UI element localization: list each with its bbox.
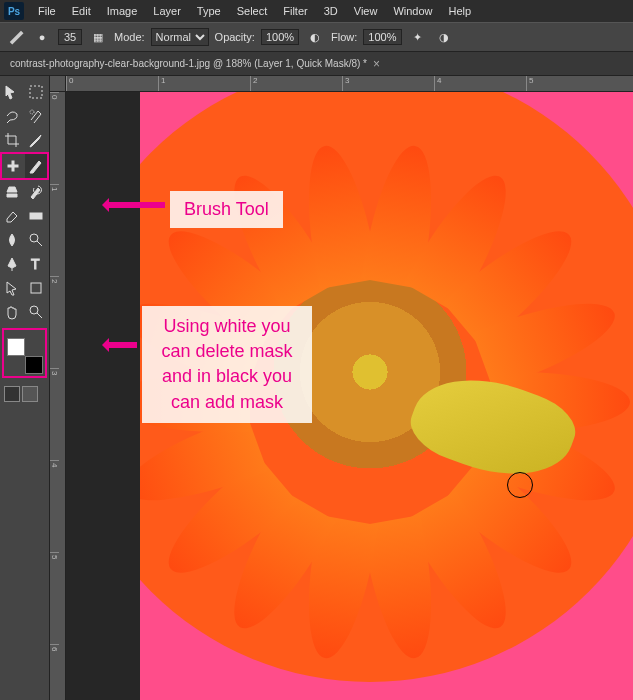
ruler-horizontal[interactable]: 0 1 2 3 4 5 (66, 76, 633, 92)
ruler-v-tick: 4 (50, 460, 59, 552)
type-tool[interactable]: T (24, 252, 48, 276)
shape-tool[interactable] (24, 276, 48, 300)
brush-preview-icon[interactable]: ● (32, 27, 52, 47)
ruler-h-tick: 0 (66, 76, 158, 91)
menu-bar: Ps File Edit Image Layer Type Select Fil… (0, 0, 633, 22)
ruler-v-tick: 1 (50, 184, 59, 276)
brush-panel-icon[interactable]: ▦ (88, 27, 108, 47)
canvas-area: 0 1 2 3 4 5 0 1 2 3 4 5 6 7 Brush Tool U… (50, 76, 633, 700)
brush-tool[interactable] (25, 154, 48, 178)
close-tab-icon[interactable]: × (373, 57, 380, 71)
history-brush-tool[interactable] (24, 180, 48, 204)
ruler-v-tick: 0 (50, 92, 59, 184)
blend-mode-select[interactable]: Normal (151, 28, 209, 46)
ruler-vertical[interactable]: 0 1 2 3 4 5 6 7 (50, 92, 66, 700)
ruler-h-tick: 2 (250, 76, 342, 91)
opacity-pressure-icon[interactable]: ◐ (305, 27, 325, 47)
toolbox: T (0, 76, 50, 700)
svg-rect-0 (30, 86, 42, 98)
standard-mode-icon[interactable] (4, 386, 20, 402)
svg-point-5 (30, 234, 38, 242)
airbrush-icon[interactable]: ✦ (408, 27, 428, 47)
color-swatches[interactable] (5, 336, 45, 376)
svg-rect-7 (31, 283, 41, 293)
move-tool[interactable] (0, 80, 24, 104)
brush-tool-highlight (0, 152, 49, 180)
foreground-color-swatch[interactable] (7, 338, 25, 356)
svg-rect-3 (12, 161, 14, 171)
menu-file[interactable]: File (30, 3, 64, 19)
eraser-tool[interactable] (0, 204, 24, 228)
path-select-tool[interactable] (0, 276, 24, 300)
ruler-h-tick: 4 (434, 76, 526, 91)
pen-tool[interactable] (0, 252, 24, 276)
ruler-origin[interactable] (50, 76, 66, 92)
menu-layer[interactable]: Layer (145, 3, 189, 19)
hand-tool[interactable] (0, 300, 24, 324)
menu-select[interactable]: Select (229, 3, 276, 19)
ruler-v-tick: 5 (50, 552, 59, 644)
flow-label: Flow: (331, 31, 357, 43)
annotation-arrow (105, 342, 137, 348)
menu-help[interactable]: Help (441, 3, 480, 19)
document-title: contrast-photography-clear-background-1.… (10, 58, 367, 69)
document-tab[interactable]: contrast-photography-clear-background-1.… (10, 57, 380, 71)
tool-preset-icon[interactable] (6, 27, 26, 47)
color-swatch-highlight (2, 328, 47, 378)
dodge-tool[interactable] (24, 228, 48, 252)
mode-label: Mode: (114, 31, 145, 43)
ruler-v-tick: 2 (50, 276, 59, 368)
menu-edit[interactable]: Edit (64, 3, 99, 19)
gradient-tool[interactable] (24, 204, 48, 228)
background-color-swatch[interactable] (25, 356, 43, 374)
app-logo: Ps (4, 2, 24, 20)
annotation-brush-label: Brush Tool (170, 191, 283, 228)
blur-tool[interactable] (0, 228, 24, 252)
ruler-v-tick: 6 (50, 644, 59, 700)
annotation-mask-label: Using white you can delete mask and in b… (142, 306, 312, 423)
svg-text:T: T (31, 256, 40, 272)
menu-filter[interactable]: Filter (275, 3, 315, 19)
ruler-h-tick: 5 (526, 76, 618, 91)
menu-type[interactable]: Type (189, 3, 229, 19)
marquee-tool[interactable] (24, 80, 48, 104)
quick-select-tool[interactable] (24, 104, 48, 128)
quick-mask-mode-icon[interactable] (22, 386, 38, 402)
crop-tool[interactable] (0, 128, 24, 152)
clone-stamp-tool[interactable] (0, 180, 24, 204)
quick-mask-toggle-row (0, 382, 49, 406)
brush-cursor-icon (507, 472, 533, 498)
eyedropper-tool[interactable] (24, 128, 48, 152)
opacity-label: Opacity: (215, 31, 255, 43)
ruler-h-tick: 1 (158, 76, 250, 91)
lasso-tool[interactable] (0, 104, 24, 128)
options-bar: ● 35 ▦ Mode: Normal Opacity: 100% ◐ Flow… (0, 22, 633, 52)
opacity-field[interactable]: 100% (261, 29, 299, 45)
annotation-arrow (105, 202, 165, 208)
svg-point-8 (30, 306, 38, 314)
svg-point-1 (30, 110, 34, 114)
ruler-v-tick: 3 (50, 368, 59, 460)
menu-window[interactable]: Window (385, 3, 440, 19)
ruler-h-tick: 3 (342, 76, 434, 91)
menu-3d[interactable]: 3D (316, 3, 346, 19)
healing-brush-tool[interactable] (2, 154, 25, 178)
zoom-tool[interactable] (24, 300, 48, 324)
workspace: T 0 1 2 3 4 5 (0, 76, 633, 700)
svg-rect-4 (30, 213, 42, 219)
menu-image[interactable]: Image (99, 3, 146, 19)
menu-view[interactable]: View (346, 3, 386, 19)
tablet-pressure-icon[interactable]: ◑ (434, 27, 454, 47)
document-tab-bar: contrast-photography-clear-background-1.… (0, 52, 633, 76)
brush-size-field[interactable]: 35 (58, 29, 82, 45)
flow-field[interactable]: 100% (363, 29, 401, 45)
